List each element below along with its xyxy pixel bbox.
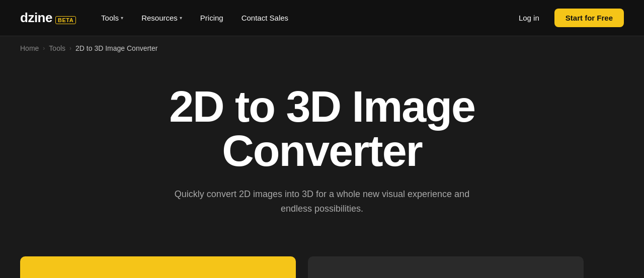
navbar: dzine BETA Tools ▾ Resources ▾ Pricing C… <box>0 0 644 36</box>
bottom-dark-button[interactable] <box>308 256 584 278</box>
chevron-down-icon: ▾ <box>121 15 123 21</box>
nav-menu: Tools ▾ Resources ▾ Pricing Contact Sale… <box>94 10 295 26</box>
start-free-button[interactable]: Start for Free <box>554 9 624 27</box>
nav-contact-label: Contact Sales <box>242 14 288 22</box>
breadcrumb-separator-1: › <box>43 45 45 52</box>
nav-pricing-label: Pricing <box>200 14 223 22</box>
nav-tools-label: Tools <box>101 14 119 22</box>
beta-badge: BETA <box>55 16 76 24</box>
bottom-yellow-button[interactable] <box>20 256 296 278</box>
hero-subtitle: Quickly convert 2D images into 3D for a … <box>161 187 483 216</box>
nav-item-pricing[interactable]: Pricing <box>193 10 230 26</box>
hero-title: 2D to 3D Image Converter <box>96 84 548 173</box>
nav-resources-label: Resources <box>141 14 178 22</box>
breadcrumb-current: 2D to 3D Image Converter <box>75 44 157 52</box>
login-button[interactable]: Log in <box>512 10 546 26</box>
chevron-down-icon: ▾ <box>180 15 182 21</box>
nav-right: Log in Start for Free <box>512 9 624 27</box>
hero-section: 2D to 3D Image Converter Quickly convert… <box>0 60 644 256</box>
nav-left: dzine BETA Tools ▾ Resources ▾ Pricing C… <box>20 10 295 26</box>
breadcrumb: Home › Tools › 2D to 3D Image Converter <box>0 36 644 60</box>
logo[interactable]: dzine BETA <box>20 10 76 26</box>
breadcrumb-separator-2: › <box>69 45 71 52</box>
bottom-buttons-row <box>0 256 604 278</box>
logo-text: dzine <box>20 10 52 26</box>
breadcrumb-tools[interactable]: Tools <box>49 44 65 52</box>
breadcrumb-home[interactable]: Home <box>20 44 39 52</box>
nav-item-tools[interactable]: Tools ▾ <box>94 10 130 26</box>
nav-item-contact-sales[interactable]: Contact Sales <box>234 10 295 26</box>
nav-item-resources[interactable]: Resources ▾ <box>134 10 189 26</box>
